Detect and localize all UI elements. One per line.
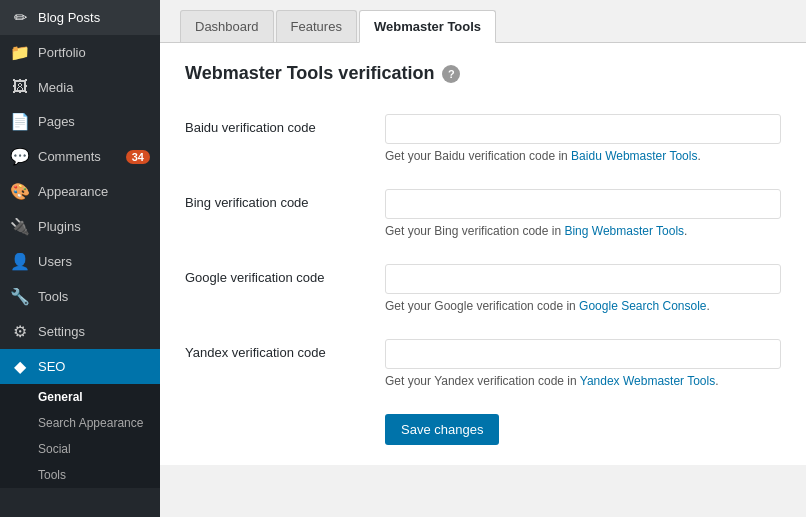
plugins-icon: 🔌 <box>10 217 30 236</box>
content-panel: Webmaster Tools verification ? Baidu ver… <box>160 43 806 465</box>
sidebar-item-label: SEO <box>38 359 150 374</box>
sidebar-item-label: Appearance <box>38 184 150 199</box>
bing-hint: Get your Bing verification code in Bing … <box>385 224 781 238</box>
sidebar-item-appearance[interactable]: 🎨 Appearance <box>0 174 160 209</box>
sidebar-item-portfolio[interactable]: 📁 Portfolio <box>0 35 160 70</box>
portfolio-icon: 📁 <box>10 43 30 62</box>
bing-field: Get your Bing verification code in Bing … <box>385 189 781 238</box>
google-input[interactable] <box>385 264 781 294</box>
form-row-bing: Bing verification code Get your Bing ver… <box>185 179 781 248</box>
main-content: Dashboard Features Webmaster Tools Webma… <box>160 0 806 517</box>
baidu-label: Baidu verification code <box>185 114 385 135</box>
tab-features[interactable]: Features <box>276 10 357 42</box>
form-row-google: Google verification code Get your Google… <box>185 254 781 323</box>
tabs-bar: Dashboard Features Webmaster Tools <box>160 0 806 43</box>
seo-arrow <box>152 359 160 375</box>
google-field: Get your Google verification code in Goo… <box>385 264 781 313</box>
baidu-field: Get your Baidu verification code in Baid… <box>385 114 781 163</box>
form-row-yandex: Yandex verification code Get your Yandex… <box>185 329 781 398</box>
yandex-field: Get your Yandex verification code in Yan… <box>385 339 781 388</box>
sidebar-item-label: Users <box>38 254 150 269</box>
tab-webmaster-tools[interactable]: Webmaster Tools <box>359 10 496 43</box>
users-icon: 👤 <box>10 252 30 271</box>
appearance-icon: 🎨 <box>10 182 30 201</box>
google-label: Google verification code <box>185 264 385 285</box>
sidebar-item-seo[interactable]: ◆ SEO <box>0 349 160 384</box>
yandex-input[interactable] <box>385 339 781 369</box>
seo-submenu-search-appearance[interactable]: Search Appearance <box>0 410 160 436</box>
sidebar-item-blog-posts[interactable]: ✏ Blog Posts <box>0 0 160 35</box>
sidebar-item-label: Pages <box>38 114 150 129</box>
sidebar-item-label: Comments <box>38 149 118 164</box>
page-title: Webmaster Tools verification ? <box>185 63 781 84</box>
google-link[interactable]: Google Search Console <box>579 299 706 313</box>
bing-link[interactable]: Bing Webmaster Tools <box>564 224 684 238</box>
google-hint: Get your Google verification code in Goo… <box>385 299 781 313</box>
sidebar-item-media[interactable]: 🖼 Media <box>0 70 160 104</box>
sidebar-item-label: Blog Posts <box>38 10 150 25</box>
yandex-hint: Get your Yandex verification code in Yan… <box>385 374 781 388</box>
seo-submenu-general[interactable]: General <box>0 384 160 410</box>
baidu-link[interactable]: Baidu Webmaster Tools <box>571 149 697 163</box>
media-icon: 🖼 <box>10 78 30 96</box>
comments-icon: 💬 <box>10 147 30 166</box>
sidebar-item-comments[interactable]: 💬 Comments 34 <box>0 139 160 174</box>
settings-icon: ⚙ <box>10 322 30 341</box>
sidebar-item-label: Tools <box>38 289 150 304</box>
baidu-hint: Get your Baidu verification code in Baid… <box>385 149 781 163</box>
seo-icon: ◆ <box>10 357 30 376</box>
sidebar-item-label: Plugins <box>38 219 150 234</box>
save-button[interactable]: Save changes <box>385 414 499 445</box>
edit-icon: ✏ <box>10 8 30 27</box>
yandex-link[interactable]: Yandex Webmaster Tools <box>580 374 715 388</box>
tools-icon: 🔧 <box>10 287 30 306</box>
seo-submenu-social[interactable]: Social <box>0 436 160 462</box>
bing-label: Bing verification code <box>185 189 385 210</box>
baidu-input[interactable] <box>385 114 781 144</box>
form-row-baidu: Baidu verification code Get your Baidu v… <box>185 104 781 173</box>
seo-submenu-tools[interactable]: Tools <box>0 462 160 488</box>
comments-badge: 34 <box>126 150 150 164</box>
yandex-label: Yandex verification code <box>185 339 385 360</box>
sidebar-item-pages[interactable]: 📄 Pages <box>0 104 160 139</box>
sidebar-item-settings[interactable]: ⚙ Settings <box>0 314 160 349</box>
seo-submenu: General Search Appearance Social Tools <box>0 384 160 488</box>
sidebar-item-tools[interactable]: 🔧 Tools <box>0 279 160 314</box>
sidebar-item-plugins[interactable]: 🔌 Plugins <box>0 209 160 244</box>
sidebar-item-users[interactable]: 👤 Users <box>0 244 160 279</box>
sidebar-item-label: Settings <box>38 324 150 339</box>
sidebar-item-label: Media <box>38 80 150 95</box>
sidebar-item-label: Portfolio <box>38 45 150 60</box>
tab-dashboard[interactable]: Dashboard <box>180 10 274 42</box>
sidebar: ✏ Blog Posts 📁 Portfolio 🖼 Media 📄 Pages… <box>0 0 160 517</box>
help-icon[interactable]: ? <box>442 65 460 83</box>
pages-icon: 📄 <box>10 112 30 131</box>
bing-input[interactable] <box>385 189 781 219</box>
